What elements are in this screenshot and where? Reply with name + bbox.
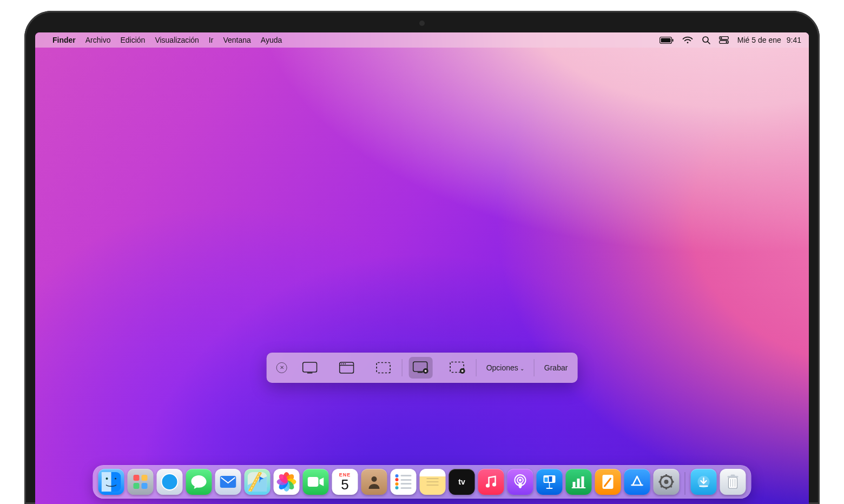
svg-point-23 (461, 370, 464, 372)
dock-app-maps[interactable] (245, 469, 271, 495)
svg-point-20 (425, 370, 427, 372)
dock-app-notes[interactable] (420, 469, 446, 495)
svg-rect-52 (549, 476, 552, 482)
menu-ventana[interactable]: Ventana (223, 36, 250, 44)
svg-rect-53 (549, 483, 550, 488)
svg-point-15 (345, 363, 346, 364)
dock-app-keynote[interactable] (537, 469, 563, 495)
svg-rect-40 (308, 477, 319, 487)
svg-point-13 (341, 363, 342, 364)
dock-app-launchpad[interactable] (128, 469, 154, 495)
dock-trash[interactable] (720, 469, 746, 495)
svg-rect-25 (102, 472, 111, 492)
dock-downloads[interactable] (691, 469, 717, 495)
dock-app-podcasts[interactable] (507, 469, 533, 495)
svg-point-29 (115, 478, 116, 479)
menu-bar: Finder Archivo Edición Visualización Ir … (35, 32, 809, 48)
battery-icon[interactable] (660, 37, 674, 44)
menu-visualizacion[interactable]: Visualización (155, 36, 199, 44)
record-button-label: Grabar (544, 363, 568, 372)
svg-rect-16 (377, 363, 390, 373)
svg-line-69 (670, 476, 672, 478)
svg-point-45 (486, 483, 490, 487)
svg-rect-32 (134, 483, 140, 489)
menu-edicion[interactable]: Edición (120, 36, 145, 44)
capture-window-button[interactable] (335, 357, 359, 379)
dock-app-music[interactable] (478, 469, 504, 495)
svg-rect-1 (661, 38, 670, 42)
wifi-icon[interactable] (682, 36, 693, 44)
svg-rect-38 (220, 476, 236, 488)
menu-archivo[interactable]: Archivo (85, 36, 111, 44)
svg-rect-2 (672, 39, 673, 42)
record-selection-button[interactable] (446, 357, 470, 379)
dock-app-messages[interactable] (186, 469, 212, 495)
control-center-icon[interactable] (719, 36, 729, 44)
svg-rect-31 (142, 475, 148, 481)
dock-app-calendar[interactable]: ENE 5 (332, 469, 358, 495)
menubar-time[interactable]: 9:41 (787, 36, 801, 44)
svg-point-14 (343, 363, 344, 364)
svg-point-6 (720, 37, 722, 39)
dock-app-settings[interactable] (654, 469, 680, 495)
svg-rect-30 (134, 475, 140, 481)
dock-app-finder[interactable] (98, 469, 124, 495)
svg-point-28 (106, 478, 108, 479)
dock: ENE 5 tv (93, 465, 751, 499)
menu-ayuda[interactable]: Ayuda (261, 36, 282, 44)
svg-line-70 (661, 486, 663, 487)
desktop-wallpaper (35, 32, 809, 504)
svg-point-41 (372, 476, 377, 482)
dock-app-pages[interactable] (595, 469, 621, 495)
dock-app-mail[interactable] (215, 469, 241, 495)
dock-divider (685, 472, 685, 495)
options-label: Opciones (486, 363, 518, 372)
record-entire-screen-button[interactable] (409, 357, 433, 379)
record-button[interactable]: Grabar (535, 353, 578, 383)
svg-rect-58 (572, 487, 586, 488)
svg-line-67 (661, 476, 663, 478)
spotlight-icon[interactable] (702, 36, 710, 44)
menu-ir[interactable]: Ir (209, 36, 214, 44)
svg-point-62 (664, 480, 669, 484)
laptop-frame: Finder Archivo Edición Visualización Ir … (24, 11, 820, 504)
svg-rect-55 (573, 482, 576, 487)
svg-rect-33 (142, 483, 148, 489)
dock-app-safari[interactable] (157, 469, 183, 495)
close-icon[interactable] (276, 362, 287, 373)
dock-app-numbers[interactable] (566, 469, 592, 495)
options-dropdown[interactable]: Opciones ⌄ (477, 353, 534, 383)
capture-selection-button[interactable] (372, 357, 395, 379)
svg-rect-10 (307, 373, 313, 374)
dock-app-contacts[interactable] (361, 469, 387, 495)
app-menu[interactable]: Finder (52, 36, 76, 44)
svg-rect-9 (303, 362, 317, 372)
capture-entire-screen-button[interactable] (298, 357, 322, 379)
svg-line-4 (708, 42, 710, 44)
screen: Finder Archivo Edición Visualización Ir … (35, 32, 809, 504)
svg-rect-54 (546, 488, 553, 489)
calendar-day: 5 (341, 478, 348, 492)
svg-point-8 (726, 41, 727, 43)
dock-app-reminders[interactable] (391, 469, 417, 495)
dock-app-facetime[interactable] (303, 469, 329, 495)
chevron-down-icon: ⌄ (520, 366, 524, 372)
dock-app-photos[interactable] (274, 469, 300, 495)
svg-line-68 (670, 486, 672, 487)
dock-app-appstore[interactable] (624, 469, 650, 495)
menubar-date[interactable]: Mié 5 de ene (737, 36, 781, 44)
svg-rect-18 (418, 372, 423, 373)
svg-rect-51 (545, 478, 548, 482)
screenshot-toolbar: Opciones ⌄ Grabar (267, 353, 578, 383)
svg-point-49 (519, 479, 522, 482)
dock-app-tv[interactable]: tv (449, 469, 475, 495)
svg-rect-57 (582, 476, 584, 487)
svg-point-46 (492, 482, 496, 486)
svg-rect-75 (731, 475, 735, 476)
svg-rect-56 (577, 479, 580, 487)
